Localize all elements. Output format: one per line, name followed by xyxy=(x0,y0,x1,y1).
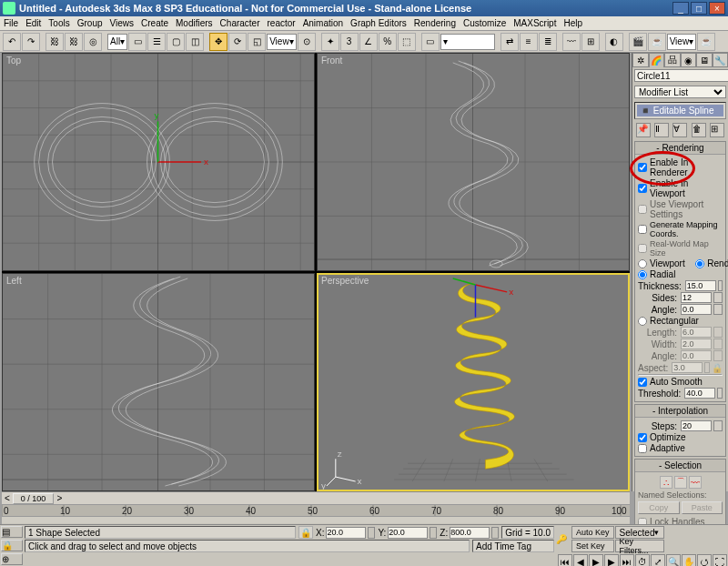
link-button[interactable]: ⛓ xyxy=(46,33,64,51)
time-config-button[interactable]: ⏱ xyxy=(635,554,650,566)
zoom-extents-button[interactable]: ⤢ xyxy=(651,554,665,566)
pan-button[interactable]: ✋ xyxy=(682,554,696,566)
pivot-button[interactable]: ⊙ xyxy=(298,33,316,51)
angle-snap-button[interactable]: ∠ xyxy=(359,33,378,51)
threshold-input[interactable] xyxy=(684,388,715,399)
real-world-checkbox[interactable] xyxy=(638,244,647,253)
viewport-left[interactable]: Left xyxy=(2,273,315,491)
object-name-input[interactable] xyxy=(634,69,728,82)
ref-coord-dropdown[interactable]: View ▾ xyxy=(267,34,297,50)
make-unique-button[interactable]: ∀ xyxy=(672,123,687,137)
zoom-button[interactable]: 🔍 xyxy=(666,554,681,566)
viewport-front[interactable]: Front xyxy=(317,53,630,271)
autosmooth-checkbox[interactable] xyxy=(638,378,647,387)
menu-create[interactable]: Create xyxy=(141,18,168,28)
rollout-interpolation-header[interactable]: - Interpolation xyxy=(635,405,725,418)
menu-reactor[interactable]: reactor xyxy=(268,18,296,28)
time-ruler[interactable]: 0102030405060708090100 xyxy=(2,505,630,516)
menu-rendering[interactable]: Rendering xyxy=(414,18,456,28)
mirror-button[interactable]: ⇄ xyxy=(500,33,519,51)
trackbar[interactable] xyxy=(2,516,630,523)
manip-button[interactable]: ✦ xyxy=(321,33,339,51)
menu-maxscript[interactable]: MAXScript xyxy=(513,18,556,28)
coord-z-input[interactable] xyxy=(450,527,490,539)
bind-button[interactable]: ◎ xyxy=(84,33,102,51)
angle-input[interactable] xyxy=(681,304,712,315)
menu-help[interactable]: Help xyxy=(563,18,582,28)
minimize-button[interactable]: _ xyxy=(672,2,689,15)
rollout-rendering-header[interactable]: - Rendering xyxy=(635,142,725,155)
configure-button[interactable]: ⊞ xyxy=(710,123,724,137)
tab-display[interactable]: 🖥 xyxy=(696,53,713,67)
show-end-result-button[interactable]: Ⅱ xyxy=(654,123,669,137)
arc-rotate-button[interactable]: ⭯ xyxy=(697,554,712,566)
next-frame-button[interactable]: ▶ xyxy=(604,554,619,566)
vertex-subobj-button[interactable]: ∴ xyxy=(660,476,672,489)
rollout-selection-header[interactable]: - Selection xyxy=(635,460,725,472)
menu-group[interactable]: Group xyxy=(77,18,103,28)
undo-button[interactable]: ↶ xyxy=(3,33,21,51)
steps-input[interactable] xyxy=(681,420,712,431)
unlink-button[interactable]: ⛓ xyxy=(65,33,83,51)
segment-subobj-button[interactable]: ⌒ xyxy=(674,476,687,489)
optimize-checkbox[interactable] xyxy=(638,433,647,442)
maximize-viewport-button[interactable]: ⛶ xyxy=(713,554,727,566)
pin-stack-button[interactable]: 📌 xyxy=(636,123,651,137)
setkey-button[interactable]: Set Key xyxy=(571,540,614,552)
x-spinner[interactable] xyxy=(368,527,375,539)
menu-character[interactable]: Character xyxy=(220,18,260,28)
menu-views[interactable]: Views xyxy=(110,18,135,28)
percent-snap-button[interactable]: % xyxy=(379,33,397,51)
add-time-tag[interactable]: Add Time Tag xyxy=(472,540,554,552)
gen-mapping-checkbox[interactable] xyxy=(638,225,647,234)
goto-start-button[interactable]: ⏮ xyxy=(558,554,572,566)
menu-grapheditors[interactable]: Graph Editors xyxy=(350,18,407,28)
rectangular-radio[interactable] xyxy=(638,317,647,326)
autokey-button[interactable]: Auto Key xyxy=(571,526,614,539)
set-key-icon[interactable]: 🔑 xyxy=(556,527,571,552)
layers-button[interactable]: ≣ xyxy=(539,33,557,51)
key-filters-button[interactable]: Key Filters... xyxy=(615,540,664,552)
menu-animation[interactable]: Animation xyxy=(303,18,343,28)
maxscript-mini-listener-button[interactable]: ▤ xyxy=(1,526,23,538)
window-crossing-button[interactable]: ◫ xyxy=(186,33,204,51)
adaptive-checkbox[interactable] xyxy=(638,444,647,453)
coord-x-input[interactable] xyxy=(326,527,366,539)
z-spinner[interactable] xyxy=(491,527,499,539)
tab-hierarchy[interactable]: 品 xyxy=(664,53,681,67)
schematic-button[interactable]: ⊞ xyxy=(581,33,600,51)
render-scene-button[interactable]: 🎬 xyxy=(629,33,647,51)
thickness-spinner[interactable] xyxy=(718,280,723,291)
snap-button[interactable]: 3 xyxy=(340,33,359,51)
steps-spinner[interactable] xyxy=(713,420,723,431)
named-sel-button[interactable]: ▭ xyxy=(421,33,440,51)
quick-render-button[interactable]: ☕ xyxy=(648,33,666,51)
align-button[interactable]: ≡ xyxy=(520,33,538,51)
menu-file[interactable]: File xyxy=(4,18,18,28)
spinner-snap-button[interactable]: ⬚ xyxy=(398,33,416,51)
stack-item-editable-spline[interactable]: ◾ Editable Spline xyxy=(637,105,723,116)
select-region-button[interactable]: ▢ xyxy=(167,33,185,51)
coord-y-input[interactable] xyxy=(388,527,428,539)
use-viewport-settings-checkbox[interactable] xyxy=(638,205,647,214)
view-dropdown-right[interactable]: View ▾ xyxy=(667,34,697,50)
viewport-top[interactable]: Top x y xyxy=(2,53,315,271)
menu-edit[interactable]: Edit xyxy=(25,18,41,28)
prev-frame-button[interactable]: ◀ xyxy=(573,554,588,566)
rotate-button[interactable]: ⟳ xyxy=(228,33,247,51)
lock-selection-button[interactable]: 🔒 xyxy=(1,540,23,551)
modifier-stack[interactable]: ◾ Editable Spline xyxy=(634,102,726,119)
selection-filter-dropdown[interactable]: All ▾ xyxy=(107,34,127,50)
tab-motion[interactable]: ◉ xyxy=(681,53,697,67)
menu-modifiers[interactable]: Modifiers xyxy=(176,18,213,28)
time-slider[interactable]: < 0 / 100 > xyxy=(2,492,630,505)
render-last-button[interactable]: ☕ xyxy=(697,33,715,51)
enable-in-viewport-checkbox[interactable] xyxy=(638,184,647,193)
viewport-radio[interactable] xyxy=(638,259,647,268)
angle-spinner[interactable] xyxy=(713,304,723,315)
play-button[interactable]: ▶ xyxy=(589,554,603,566)
thickness-input[interactable] xyxy=(685,280,716,291)
radial-radio[interactable] xyxy=(638,270,647,279)
goto-end-button[interactable]: ⏭ xyxy=(620,554,634,566)
select-button[interactable]: ▭ xyxy=(128,33,147,51)
